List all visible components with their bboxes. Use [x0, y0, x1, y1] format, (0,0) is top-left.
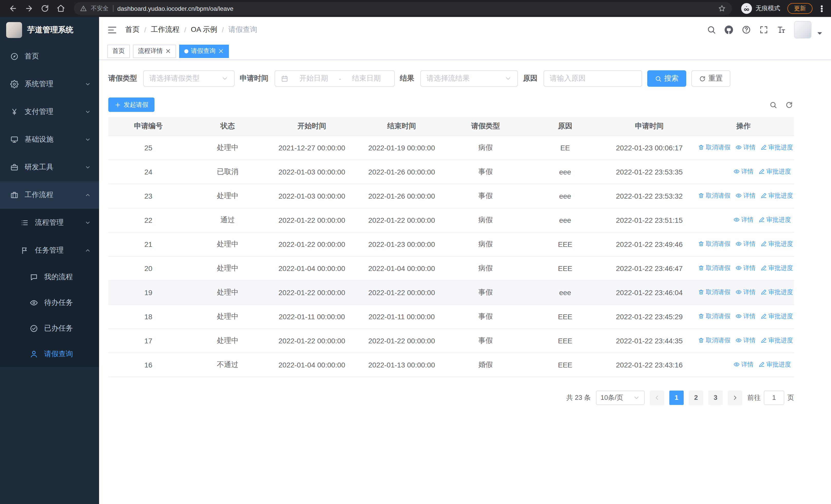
detail-link[interactable]: 详情: [736, 336, 755, 345]
filter-result: 结果 请选择流结果: [400, 70, 518, 87]
approval-progress-link[interactable]: 审批进度: [758, 215, 791, 224]
reset-button-label: 重置: [708, 74, 723, 83]
sidebar-item[interactable]: 待办任务: [0, 290, 99, 316]
reset-button[interactable]: 重置: [691, 70, 730, 87]
cancel-leave-link[interactable]: 取消请假: [698, 191, 730, 200]
prev-page-button[interactable]: [650, 390, 664, 405]
cancel-leave-link[interactable]: 取消请假: [698, 264, 730, 272]
not-secure-warning-icon[interactable]: [80, 5, 87, 12]
sidebar-item[interactable]: 我的流程: [0, 264, 99, 290]
sidebar-item[interactable]: 研发工具: [0, 153, 99, 181]
header-search-icon[interactable]: [707, 25, 716, 34]
cell-start_time: 2022-01-04 00:00:00: [267, 256, 357, 280]
sidebar-item[interactable]: 支付管理: [0, 98, 99, 126]
cancel-leave-link[interactable]: 取消请假: [698, 143, 730, 152]
approval-progress-link[interactable]: 审批进度: [761, 336, 793, 345]
toggle-search-icon[interactable]: [769, 101, 777, 109]
refresh-table-icon[interactable]: [785, 101, 793, 109]
approval-progress-link[interactable]: 审批进度: [761, 312, 793, 321]
approval-progress-link[interactable]: 审批进度: [761, 240, 793, 248]
breadcrumb-item[interactable]: OA 示例: [191, 25, 218, 34]
cell-no: 18: [108, 304, 189, 328]
sidebar-item[interactable]: 流程管理: [0, 209, 99, 237]
action-label: 取消请假: [706, 143, 730, 152]
cell-status: 处理中: [189, 304, 267, 328]
tab-item[interactable]: 首页: [107, 45, 130, 58]
sidebar-item[interactable]: 任务管理: [0, 237, 99, 264]
detail-link[interactable]: 详情: [734, 215, 753, 224]
url-text[interactable]: dashboard.yudao.iocoder.cn/bpm/oa/leave: [117, 5, 233, 12]
browser-home-icon[interactable]: [56, 4, 65, 13]
detail-link[interactable]: 详情: [736, 240, 755, 248]
detail-link[interactable]: 详情: [736, 288, 755, 297]
close-icon[interactable]: [165, 48, 171, 54]
user-avatar[interactable]: [794, 21, 811, 38]
goto-page-input[interactable]: [764, 390, 784, 405]
cell-no: 17: [108, 328, 189, 353]
approval-progress-link[interactable]: 审批进度: [761, 143, 793, 152]
browser-update-button[interactable]: 更新: [787, 3, 812, 14]
url-bar[interactable]: 不安全 dashboard.yudao.iocoder.cn/bpm/oa/le…: [74, 2, 732, 15]
sidebar-item[interactable]: 工作流程: [0, 181, 99, 209]
cancel-leave-link[interactable]: 取消请假: [698, 288, 730, 297]
apply-time-range-picker[interactable]: 开始日期 - 结束日期: [275, 70, 395, 87]
breadcrumb-item[interactable]: 首页: [125, 25, 140, 34]
action-label: 审批进度: [768, 312, 793, 321]
help-icon[interactable]: [742, 25, 751, 34]
bookmark-star-icon[interactable]: [718, 5, 726, 12]
page-size-select[interactable]: 10条/页: [596, 390, 645, 405]
reason-placeholder: 请输入原因: [550, 74, 586, 83]
approval-progress-link[interactable]: 审批进度: [761, 191, 793, 200]
detail-link[interactable]: 详情: [734, 360, 753, 369]
cancel-leave-link[interactable]: 取消请假: [698, 336, 730, 345]
sidebar-item[interactable]: 请假查询: [0, 341, 99, 367]
sidebar-toggle-icon[interactable]: [107, 25, 117, 35]
incognito-icon: [741, 3, 752, 14]
cell-no: 19: [108, 280, 189, 304]
tab-item[interactable]: 流程详情: [133, 45, 176, 58]
browser-back-icon[interactable]: [9, 4, 18, 13]
approval-progress-link[interactable]: 审批进度: [758, 167, 791, 176]
sidebar-logo[interactable]: 芋道管理系统: [0, 17, 99, 42]
page-button[interactable]: 2: [689, 390, 703, 405]
sidebar-item[interactable]: 首页: [0, 42, 99, 70]
breadcrumb-item[interactable]: 工作流程: [151, 25, 180, 34]
browser-reload-icon[interactable]: [40, 4, 49, 13]
cell-start_time: 2021-12-27 00:00:00: [267, 136, 357, 159]
edit-icon: [758, 362, 765, 368]
close-icon[interactable]: [218, 48, 224, 54]
detail-link[interactable]: 详情: [736, 143, 755, 152]
fullscreen-icon[interactable]: [759, 25, 768, 34]
sidebar-item[interactable]: 系统管理: [0, 70, 99, 98]
detail-link[interactable]: 详情: [736, 264, 755, 272]
cell-leave_type: 事假: [447, 280, 524, 304]
approval-progress-link[interactable]: 审批进度: [758, 360, 791, 369]
browser-forward-icon[interactable]: [25, 4, 33, 13]
detail-link[interactable]: 详情: [736, 191, 755, 200]
edit-icon: [761, 265, 767, 271]
avatar-caret-down-icon[interactable]: [816, 30, 823, 36]
browser-menu-icon[interactable]: [818, 4, 826, 12]
detail-link[interactable]: 详情: [736, 312, 755, 321]
page-button[interactable]: 3: [708, 390, 723, 405]
tab-item[interactable]: 请假查询: [179, 45, 229, 58]
leave-type-select[interactable]: 请选择请假类型: [143, 70, 235, 87]
approval-progress-link[interactable]: 审批进度: [761, 264, 793, 272]
reason-input[interactable]: 请输入原因: [544, 70, 642, 87]
github-icon[interactable]: [724, 25, 734, 34]
create-leave-button[interactable]: 发起请假: [108, 97, 154, 112]
sidebar-item[interactable]: 基础设施: [0, 126, 99, 153]
result-select[interactable]: 请选择流结果: [420, 70, 518, 87]
cancel-leave-link[interactable]: 取消请假: [698, 240, 730, 248]
sidebar-item[interactable]: 已办任务: [0, 316, 99, 341]
next-page-button[interactable]: [728, 390, 742, 405]
font-size-icon[interactable]: [777, 25, 786, 34]
search-button[interactable]: 搜索: [647, 70, 686, 87]
cell-actions: 详情审批进度: [693, 353, 794, 377]
page-button[interactable]: 1: [669, 390, 684, 405]
approval-progress-link[interactable]: 审批进度: [761, 288, 793, 297]
cell-leave_type: 事假: [447, 304, 524, 328]
column-header: 状态: [189, 117, 267, 136]
detail-link[interactable]: 详情: [734, 167, 753, 176]
cancel-leave-link[interactable]: 取消请假: [698, 312, 730, 321]
